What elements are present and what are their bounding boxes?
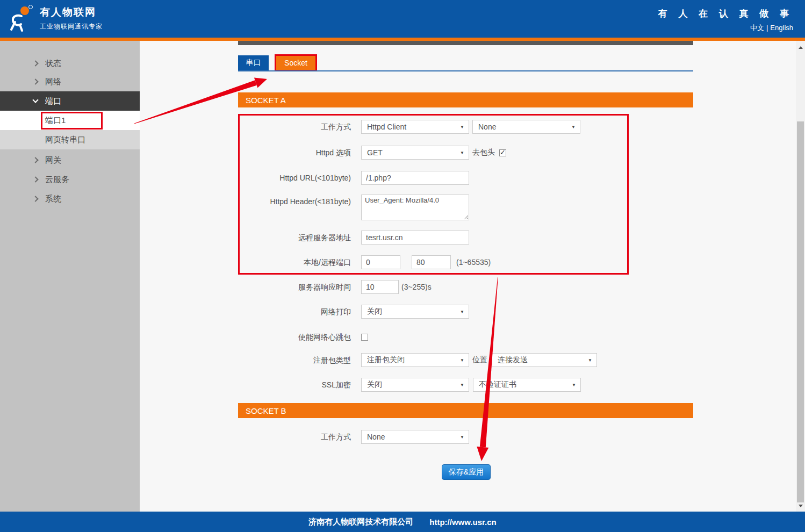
footer: 济南有人物联网技术有限公司 http://www.usr.cn (0, 512, 805, 532)
sidebar-item-network[interactable]: 网络 (0, 72, 140, 91)
remote-port-input[interactable] (412, 255, 451, 269)
chevron-down-icon (32, 97, 38, 103)
row-net-print: 网络打印 关闭 (238, 305, 469, 319)
net-print-select[interactable]: 关闭 (361, 305, 469, 319)
arrow-to-socket-tab-head (254, 78, 267, 88)
sidebar-item-label: 网页转串口 (45, 135, 85, 145)
page: 有人物联网 工业物联网通讯专家 有 人 在 认 真 做 事 中文|English… (0, 0, 805, 532)
socket-a-title: SOCKET A (246, 96, 286, 105)
sidebar-item-label: 端口 (45, 96, 61, 106)
header-slogan: 有 人 在 认 真 做 事 (658, 8, 793, 20)
heartbeat-checkbox[interactable] (361, 334, 368, 341)
footer-url[interactable]: http://www.usr.cn (429, 517, 496, 527)
sidebar-item-gateway[interactable]: 网关 (0, 150, 140, 170)
row-ports: 本地/远程端口 (1~65535) (238, 255, 491, 269)
lang-en-link[interactable]: English (770, 24, 793, 32)
httpd-method-value: GET (367, 148, 383, 157)
language-switch: 中文|English (658, 23, 793, 33)
tab-serial[interactable]: 串口 (238, 55, 269, 70)
reg-packet-label: 注册包类型 (238, 353, 351, 367)
row-response-time: 服务器响应时间 (3~255)s (238, 280, 432, 294)
chevron-right-icon (32, 196, 38, 202)
httpd-header-textarea[interactable]: User_Agent: Mozilla/4.0 (361, 195, 469, 220)
ports-range-hint: (1~65535) (456, 258, 491, 267)
local-port-input[interactable] (361, 255, 400, 269)
ports-label: 本地/远程端口 (238, 255, 351, 269)
chevron-right-icon (32, 176, 38, 182)
tab-bar-underline (238, 70, 693, 71)
heartbeat-label: 使能网络心跳包 (238, 330, 351, 344)
work-mode-select[interactable]: Httpd Client (361, 120, 469, 134)
vertical-scrollbar[interactable] (796, 41, 805, 512)
remote-server-label: 远程服务器地址 (238, 231, 351, 245)
ssl-value: 关闭 (367, 380, 382, 390)
remote-server-input[interactable] (361, 231, 469, 245)
chevron-right-icon (32, 157, 38, 163)
row-work-mode: 工作方式 Httpd Client None (238, 120, 580, 134)
sidebar-item-web-to-serial[interactable]: 网页转串口 (0, 130, 140, 149)
reg-position-label: 位置 (472, 355, 487, 365)
socket-b-work-mode-value: None (367, 433, 385, 441)
lang-zh-link[interactable]: 中文 (750, 24, 764, 32)
sidebar-item-port[interactable]: 端口 (0, 91, 140, 111)
tab-socket-label: Socket (284, 59, 307, 67)
sidebar-item-system[interactable]: 系统 (0, 189, 140, 209)
brand-text: 有人物联网 工业物联网通讯专家 (40, 5, 103, 31)
row-remote-server: 远程服务器地址 (238, 231, 469, 245)
reg-packet-value: 注册包关闭 (367, 355, 405, 365)
tab-serial-label: 串口 (246, 58, 261, 68)
row-httpd-option: Httpd 选项 GET 去包头 (238, 146, 506, 160)
header-right: 有 人 在 认 真 做 事 中文|English (658, 8, 793, 33)
httpd-header-label: Httpd Header(<181byte) (238, 195, 351, 209)
strip-header-label: 去包头 (472, 148, 495, 157)
httpd-method-select[interactable]: GET (361, 146, 469, 160)
brand: 有人物联网 工业物联网通讯专家 (6, 3, 103, 33)
response-range-hint: (3~255)s (401, 283, 432, 291)
save-apply-button[interactable]: 保存&应用 (442, 464, 491, 480)
scrollbar-thumb[interactable] (797, 121, 804, 502)
work-mode-value: Httpd Client (367, 123, 406, 131)
scrollbar-down-icon[interactable] (796, 501, 805, 511)
ssl-cert-select[interactable]: 不验证证书 (473, 378, 581, 392)
sidebar-item-label: 网关 (45, 155, 61, 166)
work-mode-secondary-select[interactable]: None (472, 120, 580, 134)
row-socket-b-work-mode: 工作方式 None (238, 430, 469, 444)
net-print-value: 关闭 (367, 307, 382, 317)
ssl-label: SSL加密 (238, 378, 351, 392)
lang-divider: | (766, 24, 768, 32)
reg-position-value: 连接发送 (498, 355, 528, 365)
socket-b-title: SOCKET B (246, 406, 286, 415)
reg-position-select[interactable]: 连接发送 (492, 353, 597, 367)
chevron-right-icon (32, 78, 38, 84)
row-reg-packet: 注册包类型 注册包关闭 位置 连接发送 (238, 353, 597, 367)
sidebar-item-port1[interactable]: 端口1 (0, 111, 140, 130)
response-time-input[interactable] (361, 280, 399, 294)
arrow-to-save-button-head (477, 447, 488, 461)
sidebar-item-cloud[interactable]: 云服务 (0, 170, 140, 189)
chevron-right-icon (32, 60, 38, 66)
httpd-url-input[interactable] (361, 171, 469, 185)
socket-b-section-header: SOCKET B (238, 403, 693, 418)
socket-b-work-mode-label: 工作方式 (238, 430, 351, 444)
row-heartbeat: 使能网络心跳包 (238, 330, 368, 344)
sidebar-item-status[interactable]: 状态 (0, 54, 140, 73)
socket-a-section-header: SOCKET A (238, 92, 693, 107)
reg-packet-select[interactable]: 注册包关闭 (361, 353, 469, 367)
sidebar: 状态 网络 端口 端口1 网页转串口 网关 云服务 系统 (0, 41, 140, 512)
sidebar-item-label: 系统 (45, 194, 61, 204)
sidebar-item-label: 状态 (45, 59, 61, 69)
ssl-select[interactable]: 关闭 (361, 378, 469, 392)
work-mode-label: 工作方式 (238, 120, 351, 134)
brand-title: 有人物联网 (40, 5, 103, 19)
tab-socket[interactable]: Socket (275, 54, 317, 71)
socket-b-work-mode-select[interactable]: None (361, 430, 469, 444)
sidebar-item-label: 网络 (45, 77, 61, 87)
row-ssl: SSL加密 关闭 不验证证书 (238, 378, 581, 392)
ssl-cert-value: 不验证证书 (479, 380, 516, 390)
usr-runner-logo-icon (6, 3, 35, 33)
content-top-dark-bar (238, 41, 693, 45)
strip-header-checkbox[interactable] (499, 149, 506, 156)
scrollbar-up-icon[interactable] (796, 43, 805, 52)
sidebar-item-label: 端口1 (45, 116, 66, 126)
top-header: 有人物联网 工业物联网通讯专家 有 人 在 认 真 做 事 中文|English (0, 0, 805, 38)
